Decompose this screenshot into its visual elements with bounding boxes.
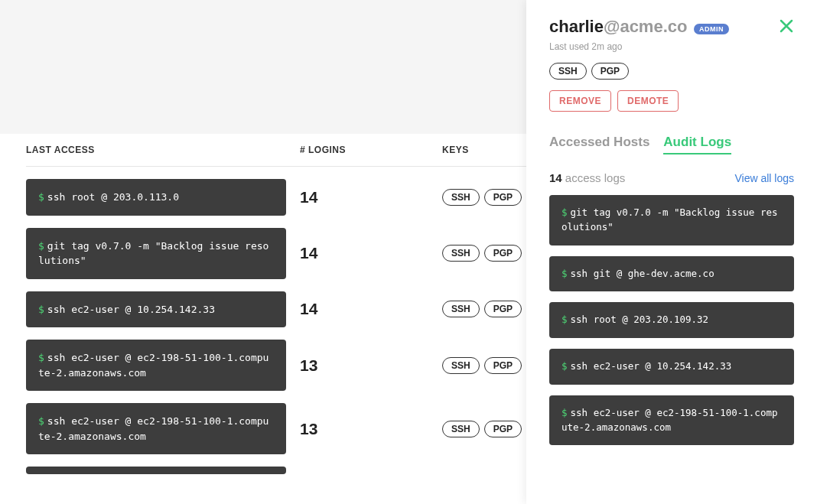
command-block-partial <box>26 467 286 474</box>
key-pill-ssh[interactable]: SSH <box>442 421 480 437</box>
key-pills: SSH PGP <box>442 357 522 374</box>
key-pills: SSH PGP <box>442 245 522 262</box>
key-pill-pgp[interactable]: PGP <box>484 245 522 262</box>
prompt-icon: $ <box>38 304 44 315</box>
log-command: ssh git @ ghe-dev.acme.co <box>571 268 714 279</box>
key-pills: SSH PGP <box>442 189 522 206</box>
log-entry: $ssh ec2-user @ 10.254.142.33 <box>549 349 794 385</box>
command-text: git tag v0.7.0 -m "Backlog issue resolut… <box>38 240 269 267</box>
prompt-icon: $ <box>561 268 568 279</box>
command-block: $git tag v0.7.0 -m "Backlog issue resolu… <box>26 228 286 279</box>
remove-button[interactable]: REMOVE <box>549 90 611 112</box>
header-keys: KEYS <box>442 145 534 155</box>
panel-tabs: Accessed Hosts Audit Logs <box>549 135 794 154</box>
log-list: $git tag v0.7.0 -m "Backlog issue resolu… <box>549 195 794 445</box>
prompt-icon: $ <box>38 240 44 252</box>
key-pill-pgp[interactable]: PGP <box>484 301 522 317</box>
prompt-icon: $ <box>561 360 568 372</box>
key-pills: SSH PGP <box>442 421 522 437</box>
command-text: ssh root @ 203.0.113.0 <box>47 191 179 203</box>
log-command: ssh root @ 203.20.109.32 <box>571 314 709 325</box>
logins-count: 13 <box>300 420 442 438</box>
command-block: $ssh ec2-user @ ec2-198-51-100-1.compute… <box>26 340 286 391</box>
log-entry: $ssh ec2-user @ ec2-198-51-100-1.compute… <box>549 395 794 446</box>
tab-accessed-hosts[interactable]: Accessed Hosts <box>549 135 649 154</box>
command-text: ssh ec2-user @ 10.254.142.33 <box>47 304 215 315</box>
role-badge: ADMIN <box>694 24 729 34</box>
key-pill-pgp[interactable]: PGP <box>484 357 522 374</box>
key-pill-ssh[interactable]: SSH <box>442 245 480 262</box>
demote-button[interactable]: DEMOTE <box>617 90 679 112</box>
command-block: $ssh ec2-user @ 10.254.142.33 <box>26 291 286 328</box>
log-entry: $ssh root @ 203.20.109.32 <box>549 302 794 338</box>
command-block: $ssh ec2-user @ ec2-198-51-100-1.compute… <box>26 403 286 454</box>
prompt-icon: $ <box>561 407 568 418</box>
close-icon[interactable] <box>779 17 794 37</box>
key-pill-ssh[interactable]: SSH <box>442 189 480 206</box>
key-pill-pgp[interactable]: PGP <box>591 63 629 80</box>
user-email: charlie@acme.co <box>549 17 687 36</box>
prompt-icon: $ <box>38 352 44 363</box>
prompt-icon: $ <box>561 314 568 325</box>
logins-count: 13 <box>300 356 442 375</box>
panel-key-pills: SSH PGP <box>549 63 794 80</box>
prompt-icon: $ <box>38 415 44 427</box>
key-pill-pgp[interactable]: PGP <box>484 421 522 437</box>
log-command: ssh ec2-user @ ec2-198-51-100-1.compute-… <box>561 407 777 433</box>
logins-count: 14 <box>300 188 442 206</box>
last-used-text: Last used 2m ago <box>549 41 794 52</box>
command-text: ssh ec2-user @ ec2-198-51-100-1.compute-… <box>38 352 269 379</box>
key-pill-ssh[interactable]: SSH <box>442 357 480 374</box>
logins-count: 14 <box>300 244 442 262</box>
logs-count: 14 access logs <box>549 171 625 184</box>
header-last-access: LAST ACCESS <box>26 145 300 155</box>
log-entry: $git tag v0.7.0 -m "Backlog issue resolu… <box>549 195 794 245</box>
logins-count: 14 <box>300 300 442 318</box>
logs-summary: 14 access logs View all logs <box>549 171 794 184</box>
panel-actions: REMOVE DEMOTE <box>549 90 794 112</box>
key-pill-ssh[interactable]: SSH <box>442 301 480 317</box>
logs-count-label: access logs <box>565 171 625 184</box>
log-command: git tag v0.7.0 -m "Backlog issue resolut… <box>561 206 777 232</box>
key-pill-pgp[interactable]: PGP <box>484 189 522 206</box>
prompt-icon: $ <box>561 206 568 218</box>
command-block: $ssh root @ 203.0.113.0 <box>26 179 286 216</box>
user-local: charlie <box>549 17 604 36</box>
logs-count-number: 14 <box>549 171 562 184</box>
user-domain: @acme.co <box>604 17 688 36</box>
log-command: ssh ec2-user @ 10.254.142.33 <box>571 360 732 372</box>
prompt-icon: $ <box>38 191 44 203</box>
log-entry: $ssh git @ ghe-dev.acme.co <box>549 256 794 292</box>
key-pills: SSH PGP <box>442 301 522 317</box>
view-all-logs-link[interactable]: View all logs <box>734 172 794 184</box>
key-pill-ssh[interactable]: SSH <box>549 63 587 80</box>
header-logins: # LOGINS <box>300 145 442 155</box>
tab-audit-logs[interactable]: Audit Logs <box>663 135 731 154</box>
user-detail-panel: charlie@acme.co ADMIN Last used 2m ago S… <box>526 0 817 504</box>
command-text: ssh ec2-user @ ec2-198-51-100-1.compute-… <box>38 415 269 442</box>
